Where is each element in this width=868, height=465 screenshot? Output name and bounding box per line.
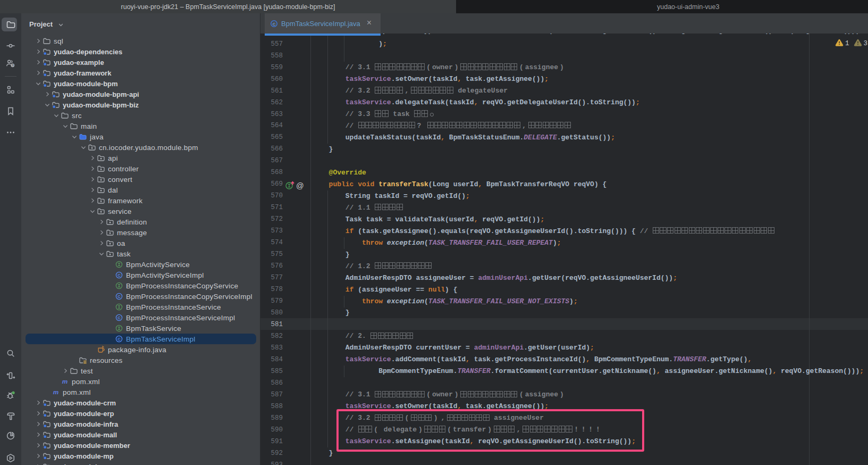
- svg-text:?: ?: [12, 63, 14, 67]
- svg-text:C: C: [117, 315, 121, 320]
- svg-text:C: C: [117, 273, 121, 278]
- svg-text:C: C: [117, 337, 121, 342]
- svg-text:m: m: [53, 388, 59, 396]
- svg-text:C: C: [273, 21, 276, 26]
- svg-text:C: C: [117, 294, 121, 299]
- svg-text:m: m: [62, 378, 68, 385]
